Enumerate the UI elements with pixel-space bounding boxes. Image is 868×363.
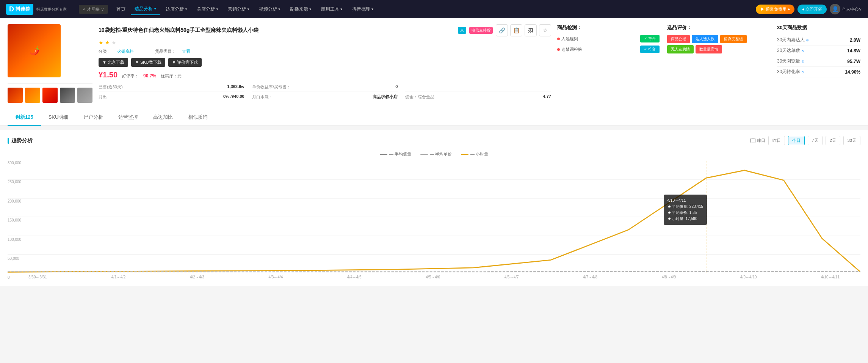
stat-empty1 [405,83,551,91]
star-1: ★ [99,39,103,46]
action-icons-row: 🔗 📋 🖼 ☆ [496,24,551,36]
chart-title: 趋势分析 [8,137,33,144]
user-menu[interactable]: 👤 个人中心∨ [830,4,862,14]
nav-home[interactable]: 首页 [113,4,129,15]
chart-header: 趋势分析 昨日 昨日 今日 7天 2天 30天 [8,136,860,145]
stats-grid: 已售(近30天) 1,363.9w 单价收益率/买亏当： 0 月出 0% /¥4… [99,83,551,101]
stat-sales-val: 1,363.9w [227,84,244,90]
stat-monthly2-label: 月白水涤： [252,94,273,100]
eval-btn-people[interactable]: 达人选人数 [692,35,718,43]
eval-btn-max[interactable]: 数量最高情 [696,45,722,53]
data-30-label-1: 30天内嘉达人 ⎋ [777,37,808,43]
star-2: ★ [105,39,110,46]
thumbnail-4[interactable] [60,88,75,103]
product-price: ¥1.50 [99,71,118,79]
nav-broadcast[interactable]: 副播来源 ▼ [286,4,316,15]
stat-commission-val: 4.77 [543,94,551,100]
date-btn-today[interactable]: 今日 [788,136,805,145]
x-label-10: 4/9～4/10 [740,275,757,280]
right-panels: 商品检测： 入池规则 ✓ 符合 违禁词检验 ✓ 符合 [557,24,860,103]
chart-tooltip: 4/10～4/11 ★ 半均值量: 223,415 ★ 半均单价: 1.35 ★… [664,195,707,225]
data-30-val-1: 2.0W [850,38,860,43]
avatar: 👤 [830,4,840,14]
category-link[interactable]: 火锅底料 [117,49,134,54]
legend-avg-price: — 半均单价 [420,151,452,157]
nav-items: 首页 选品分析 ▼ 达店分析 ▼ 关店分析 ▼ 营销分析 ▼ 视频分析 ▼ 副播… [113,3,751,15]
date-btn-30[interactable]: 30天 [843,136,860,145]
tab-compare[interactable]: 高迈加比 [146,109,180,126]
star-3: ★ [111,39,116,46]
free-trial-button[interactable]: ▶ 通道免费用 ● [756,5,795,14]
stat-sales-label: 已售(近30天) [99,84,123,90]
thumbnail-2[interactable] [25,88,40,103]
x-label-3: 4/2～4/3 [190,275,204,280]
eval-btn-complete[interactable]: 留存完整组 [720,35,747,43]
user-label: 个人中心∨ [842,6,862,12]
evaluation-panel: 选品评价： 商品公域 达人选人数 留存完整组 无人选购情 数量最高情 [667,24,769,103]
chart-section: 趋势分析 昨日 昨日 今日 7天 2天 30天 — 半均值量 — 半均单价 — … [0,130,868,286]
logo-letter: D [9,5,14,13]
brand-link[interactable]: 查看 [182,49,190,54]
badge-pink: 电信支持货 [469,27,493,34]
store-selector-label: ✓ 才网略 ∨ [83,6,104,12]
chart-container: 300,000 250,000 200,000 150,000 100,000 … [8,161,860,280]
x-label-5: 4/4～4/5 [347,275,362,280]
category-row: 分类： 火锅底料 货品类目： 查看 [99,49,551,54]
upgrade-button[interactable]: ♦ 立即开催 [797,5,827,14]
eval-btn-none[interactable]: 无人选购情 [667,45,694,53]
logo-icon: D 抖佳兽 [6,4,33,15]
eval-buttons: 商品公域 达人选人数 留存完整组 无人选购情 数量最高情 [667,35,769,53]
date-btn-2[interactable]: 2天 [826,136,840,145]
chart-inner: 300,000 250,000 200,000 150,000 100,000 … [8,161,860,273]
tooltip-date: 4/10～4/11 [667,198,703,204]
compare-checkbox[interactable] [750,138,755,143]
detect-label-2: 违禁词检验 [557,47,582,52]
tab-similar[interactable]: 相似质询 [180,109,215,126]
tooltip-row-1: ★ 半均值量: 223,415 [667,204,703,210]
date-btn-yesterday[interactable]: 昨日 [768,136,785,145]
data-30-val-3: 95.7W [847,59,860,64]
sku-download-btn[interactable]: ▼ SKU数下载 [131,58,165,67]
thumbnail-5[interactable] [77,88,92,103]
link-icon-4: ⎋ [802,70,804,74]
product-info: 10袋起拍-重庆特色任仙老火锅底料50g手工全型麻辣夹底料懒人小袋 京 电信支持… [99,24,551,103]
hourly-line [8,170,860,272]
star-icon-button[interactable]: ☆ [539,24,551,36]
thumbnail-1[interactable] [8,88,23,103]
x-label-6: 4/5～4/6 [426,275,440,280]
detection-title: 商品检测： [557,24,660,31]
copy-icon-button[interactable]: 📋 [510,24,522,36]
nav-store-analysis[interactable]: 达店分析 ▼ [162,4,191,15]
data-30-row-3: 30天浏览量 ⎋ 95.7W [777,56,860,67]
detect-btn-1[interactable]: ✓ 符合 [640,35,660,42]
logo-subtitle: 抖店数据分析专家 [36,7,67,12]
data-30-val-4: 14.90% [845,69,860,75]
product-title: 10袋起拍-重庆特色任仙老火锅底料50g手工全型麻辣夹底料懒人小袋 [99,27,455,34]
nav-close-store[interactable]: 关店分析 ▼ [193,4,222,15]
chart-controls: 昨日 昨日 今日 7天 2天 30天 [750,136,861,145]
detect-btn-2[interactable]: ✓ 符合 [640,46,660,53]
nav-tools[interactable]: 应用工具 ▼ [317,4,347,15]
tab-trend[interactable]: 创新125 [8,109,41,126]
link-icon-button[interactable]: 🔗 [496,24,508,36]
link-icon-1: ⎋ [806,38,808,42]
checkbox-area: 昨日 [750,138,765,143]
eval-btn-domain[interactable]: 商品公域 [667,35,690,43]
product-section: 🌶️ 10袋起拍-重庆特色任仙老火锅底料50g手工全型麻辣夹底料懒人小袋 京 电… [0,18,868,109]
nav-douyin[interactable]: 抖音德理 ▼ [348,4,378,15]
thumbnail-3[interactable] [42,88,58,103]
store-selector[interactable]: ✓ 才网略 ∨ [79,5,108,14]
stat-monthly2: 月白水涤： 高品求叙小店 [252,93,398,101]
review-download-btn[interactable]: ▼ 评价尝下载 [168,58,202,67]
nav-product-analysis[interactable]: 选品分析 ▼ [131,3,160,15]
beijing-download-btn[interactable]: ▼ 北京下载 [99,58,128,67]
image-icon-button[interactable]: 🖼 [525,24,537,36]
nav-right: ▶ 通道免费用 ● ♦ 立即开催 👤 个人中心∨ [756,4,862,14]
date-btn-7[interactable]: 7天 [808,136,823,145]
nav-marketing[interactable]: 营销分析 ▼ [224,4,254,15]
nav-video[interactable]: 视频分析 ▼ [255,4,285,15]
tab-reach[interactable]: 达营监控 [111,109,146,126]
tab-sku[interactable]: SKU明细 [41,109,76,126]
tab-user[interactable]: 尸户分析 [76,109,111,126]
evaluation-title: 选品评价： [667,24,769,31]
